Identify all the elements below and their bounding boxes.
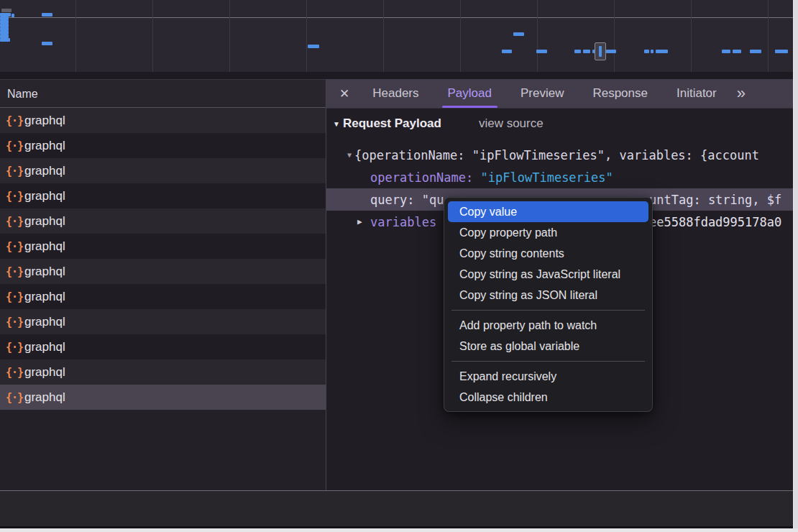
requests-list: {·}graphql{·}graphql{·}graphql{·}graphql… xyxy=(0,108,326,410)
section-title: Request Payload xyxy=(343,116,441,131)
request-name: graphql xyxy=(24,239,65,254)
close-icon[interactable]: ✕ xyxy=(339,86,349,101)
waterfall-bar xyxy=(12,14,14,17)
waterfall-bar xyxy=(0,38,10,42)
table-row[interactable]: {·}graphql xyxy=(0,334,326,359)
menu-item-collapse-children[interactable]: Collapse children xyxy=(444,387,652,408)
object-preview-text: {operationName: "ipFlowTimeseries", vari… xyxy=(354,148,759,162)
table-row[interactable]: {·}graphql xyxy=(0,234,326,259)
column-header-name[interactable]: Name xyxy=(0,79,326,108)
overview-horizontal-gridline xyxy=(0,17,793,18)
devtools-window: Name {·}graphql{·}graphql{·}graphql{·}gr… xyxy=(0,0,798,532)
overview-gridline xyxy=(152,0,153,72)
fetch-json-icon: {·} xyxy=(6,190,24,203)
waterfall-bar xyxy=(750,50,761,53)
network-overview[interactable] xyxy=(0,0,793,79)
overview-bottom-band xyxy=(0,72,793,79)
payload-row-operationname[interactable]: operationName: "ipFlowTimeseries" xyxy=(326,166,793,188)
menu-item-copy-string-as-javascript-literal[interactable]: Copy string as JavaScript literal xyxy=(444,264,652,285)
fetch-json-icon: {·} xyxy=(6,265,24,278)
table-row[interactable]: {·}graphql xyxy=(0,133,326,158)
section-collapse-icon[interactable]: ▼ xyxy=(333,120,340,128)
table-row[interactable]: {·}graphql xyxy=(0,309,326,334)
table-row[interactable]: {·}graphql xyxy=(0,183,326,208)
overview-gridline xyxy=(768,0,769,72)
waterfall-bar xyxy=(42,42,52,45)
request-name: graphql xyxy=(24,139,65,153)
overview-gridline xyxy=(537,0,538,72)
property-key: variables xyxy=(370,215,436,229)
fetch-json-icon: {·} xyxy=(6,215,24,228)
tab-strip: ✕ HeadersPayloadPreviewResponseInitiator… xyxy=(326,79,793,109)
request-name: graphql xyxy=(24,189,65,203)
overview-gridline xyxy=(229,0,230,72)
collapsed-triangle-icon[interactable]: ▶ xyxy=(357,217,370,226)
table-row[interactable]: {·}graphql xyxy=(0,359,326,385)
tab-initiator[interactable]: Initiator xyxy=(662,79,731,108)
menu-item-copy-property-path[interactable]: Copy property path xyxy=(444,222,652,243)
fetch-json-icon: {·} xyxy=(6,366,24,379)
waterfall-bar xyxy=(536,50,547,53)
marker-bar xyxy=(599,46,602,57)
waterfall-bar xyxy=(733,50,741,53)
table-row[interactable]: {·}graphql xyxy=(0,158,326,183)
fetch-json-icon: {·} xyxy=(6,139,24,152)
tab-payload[interactable]: Payload xyxy=(434,79,506,108)
fetch-json-icon: {·} xyxy=(6,240,24,253)
waterfall-bar xyxy=(574,50,581,53)
fetch-json-icon: {·} xyxy=(6,114,24,127)
tabs-container: HeadersPayloadPreviewResponseInitiator xyxy=(358,79,730,108)
property-value-left: "qu xyxy=(422,193,444,207)
table-row[interactable]: {·}graphql xyxy=(0,108,326,133)
menu-item-add-property-path-to-watch[interactable]: Add property path to watch xyxy=(444,315,652,336)
menu-item-copy-string-contents[interactable]: Copy string contents xyxy=(444,243,652,264)
waterfall-bar xyxy=(606,50,616,53)
screen-background-right xyxy=(794,0,798,532)
request-name: graphql xyxy=(24,315,65,329)
screen-background-bottom xyxy=(0,528,798,532)
table-row[interactable]: {·}graphql xyxy=(0,259,326,284)
devtools-network-panel: Name {·}graphql{·}graphql{·}graphql{·}gr… xyxy=(0,0,793,528)
property-key: query: xyxy=(370,193,414,207)
fetch-json-icon: {·} xyxy=(6,290,24,303)
status-bar-area xyxy=(0,491,793,526)
overview-gridline xyxy=(460,0,461,72)
menu-item-expand-recursively[interactable]: Expand recursively xyxy=(444,366,652,387)
overview-gridline xyxy=(75,0,76,72)
table-row[interactable]: {·}graphql xyxy=(0,284,326,309)
request-name: graphql xyxy=(24,265,65,279)
tab-headers[interactable]: Headers xyxy=(358,79,433,108)
request-payload-section: ▼ Request Payload view source xyxy=(333,116,544,131)
context-menu: Copy valueCopy property pathCopy string … xyxy=(444,197,653,412)
overview-gridline xyxy=(306,0,307,72)
menu-item-copy-string-as-json-literal[interactable]: Copy string as JSON literal xyxy=(444,285,652,306)
property-value-right: untTag: string, $f xyxy=(649,193,781,207)
waterfall-bar xyxy=(513,32,524,36)
overview-selection-marker[interactable] xyxy=(595,42,606,60)
view-source-link[interactable]: view source xyxy=(479,116,544,131)
fetch-json-icon: {·} xyxy=(6,165,24,178)
request-name: graphql xyxy=(24,214,65,229)
menu-item-store-as-global-variable[interactable]: Store as global variable xyxy=(444,336,652,357)
tab-response[interactable]: Response xyxy=(578,79,662,108)
menu-item-copy-value[interactable]: Copy value xyxy=(448,201,648,222)
waterfall-bar xyxy=(722,50,730,53)
request-name: graphql xyxy=(24,390,65,405)
fetch-json-icon: {·} xyxy=(6,391,24,404)
tab-preview[interactable]: Preview xyxy=(506,79,578,108)
property-value: "ipFlowTimeseries" xyxy=(481,170,613,185)
table-row[interactable]: {·}graphql xyxy=(0,208,326,234)
request-name: graphql xyxy=(24,164,65,178)
more-tabs-icon[interactable]: » xyxy=(737,84,746,103)
table-row[interactable]: {·}graphql xyxy=(0,385,326,410)
waterfall-bar xyxy=(308,45,319,48)
request-name: graphql xyxy=(24,290,65,304)
requests-panel: Name {·}graphql{·}graphql{·}graphql{·}gr… xyxy=(0,79,326,490)
expanded-triangle-icon[interactable]: ▼ xyxy=(347,151,352,159)
payload-root-row[interactable]: ▼ {operationName: "ipFlowTimeseries", va… xyxy=(326,144,793,166)
overview-gridline xyxy=(383,0,384,72)
fetch-json-icon: {·} xyxy=(6,316,24,329)
fetch-json-icon: {·} xyxy=(6,341,24,354)
overview-gridline xyxy=(691,0,692,72)
waterfall-bar-gray xyxy=(1,9,12,12)
